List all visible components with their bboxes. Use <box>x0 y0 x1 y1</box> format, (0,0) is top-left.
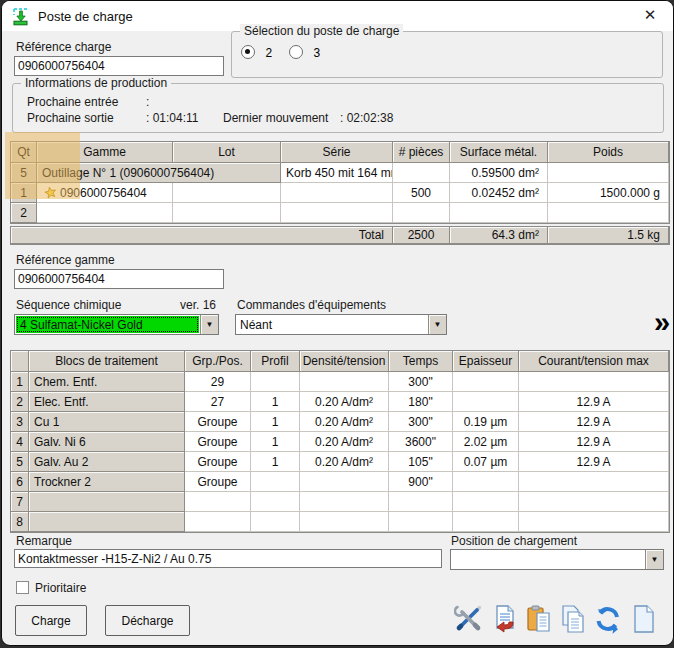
profil-cell[interactable] <box>251 492 300 512</box>
profil-cell[interactable] <box>251 512 300 532</box>
lot-cell[interactable] <box>173 203 281 223</box>
bloc-name-cell[interactable] <box>29 492 185 512</box>
epaisseur-cell[interactable]: 0.07 µm <box>453 452 519 472</box>
poids-cell[interactable] <box>548 163 669 183</box>
bloc-name-cell[interactable]: Cu 1 <box>29 412 185 432</box>
epaisseur-cell[interactable] <box>453 512 519 532</box>
densite-cell[interactable]: 0.20 A/dm² <box>300 392 389 412</box>
charge-button[interactable]: Charge <box>15 605 87 636</box>
surface-cell[interactable]: 0.02452 dm² <box>450 183 548 203</box>
decharge-button[interactable]: Décharge <box>105 605 190 636</box>
densite-cell[interactable]: 0.20 A/dm² <box>300 452 389 472</box>
profil-cell[interactable]: 1 <box>251 392 300 412</box>
temps-cell[interactable]: 300" <box>389 372 453 392</box>
grp-cell[interactable]: Groupe <box>185 472 251 492</box>
reference-charge-input[interactable] <box>14 56 224 76</box>
paste-icon[interactable] <box>525 604 553 634</box>
epaisseur-cell[interactable] <box>453 492 519 512</box>
courant-cell[interactable]: 12.9 A <box>519 412 669 432</box>
copy-icon[interactable] <box>559 604 587 634</box>
courant-cell[interactable] <box>519 372 669 392</box>
radio-poste-2[interactable]: 2 <box>241 43 272 61</box>
gamme-cell-outillage[interactable]: Outillage N° 1 (0906000756404) <box>37 163 281 183</box>
densite-cell[interactable] <box>300 472 389 492</box>
radio-icon[interactable] <box>241 45 255 59</box>
surface-cell[interactable] <box>450 203 548 223</box>
bloc-name-cell[interactable]: Galv. Ni 6 <box>29 432 185 452</box>
temps-cell[interactable]: 180" <box>389 392 453 412</box>
grp-cell[interactable] <box>185 492 251 512</box>
epaisseur-cell[interactable] <box>453 392 519 412</box>
profil-cell[interactable] <box>251 472 300 492</box>
densite-cell[interactable] <box>300 372 389 392</box>
row-number[interactable]: 6 <box>11 472 29 492</box>
prioritaire-checkbox[interactable] <box>16 581 29 594</box>
radio-icon[interactable] <box>289 45 303 59</box>
profil-cell[interactable]: 1 <box>251 432 300 452</box>
gamme-cell[interactable] <box>37 203 173 223</box>
serie-cell[interactable]: Korb 450 mit 164 mm <box>281 163 393 183</box>
serie-cell[interactable] <box>281 183 393 203</box>
remarque-input[interactable] <box>14 549 442 568</box>
poids-cell[interactable]: 1500.000 g <box>548 183 669 203</box>
sequence-chimique-select[interactable]: 4 Sulfamat-Nickel Gold ▼ <box>14 314 219 335</box>
row-number[interactable]: 8 <box>11 512 29 532</box>
epaisseur-cell[interactable] <box>453 372 519 392</box>
bloc-name-cell[interactable]: Trockner 2 <box>29 472 185 492</box>
temps-cell[interactable]: 900" <box>389 472 453 492</box>
grp-cell[interactable] <box>185 512 251 532</box>
row-header-qt[interactable]: 1 <box>11 183 37 203</box>
courant-cell[interactable] <box>519 512 669 532</box>
row-header-qt[interactable]: 5 <box>11 163 37 183</box>
chevron-down-icon[interactable]: ▼ <box>200 315 218 334</box>
epaisseur-cell[interactable] <box>453 472 519 492</box>
temps-cell[interactable] <box>389 492 453 512</box>
commandes-equipements-select[interactable]: Néant ▼ <box>235 314 447 335</box>
chevron-down-icon[interactable]: ▼ <box>645 550 663 569</box>
pieces-cell[interactable] <box>393 163 450 183</box>
new-document-icon[interactable] <box>630 604 658 634</box>
profil-cell[interactable]: 1 <box>251 452 300 472</box>
refresh-icon[interactable] <box>594 604 622 634</box>
serie-cell[interactable] <box>281 203 393 223</box>
courant-cell[interactable]: 12.9 A <box>519 432 669 452</box>
densite-cell[interactable] <box>300 512 389 532</box>
expand-panel-icon[interactable]: » <box>654 308 670 337</box>
tools-icon[interactable] <box>454 604 482 634</box>
temps-cell[interactable] <box>389 512 453 532</box>
grp-cell[interactable]: 27 <box>185 392 251 412</box>
temps-cell[interactable]: 3600" <box>389 432 453 452</box>
row-number[interactable]: 5 <box>11 452 29 472</box>
grp-cell[interactable]: Groupe <box>185 452 251 472</box>
profil-cell[interactable] <box>251 372 300 392</box>
grp-cell[interactable]: Groupe <box>185 432 251 452</box>
lot-cell[interactable] <box>173 183 281 203</box>
courant-cell[interactable] <box>519 492 669 512</box>
reference-gamme-input[interactable] <box>14 269 224 289</box>
position-chargement-select[interactable]: ▼ <box>450 549 664 570</box>
row-number[interactable]: 7 <box>11 492 29 512</box>
temps-cell[interactable]: 300" <box>389 412 453 432</box>
grp-cell[interactable]: 29 <box>185 372 251 392</box>
bloc-name-cell[interactable]: Chem. Entf. <box>29 372 185 392</box>
bloc-name-cell[interactable] <box>29 512 185 532</box>
profil-cell[interactable]: 1 <box>251 412 300 432</box>
courant-cell[interactable] <box>519 472 669 492</box>
row-number[interactable]: 4 <box>11 432 29 452</box>
pieces-cell[interactable] <box>393 203 450 223</box>
surface-cell[interactable]: 0.59500 dm² <box>450 163 548 183</box>
row-header-qt[interactable]: 2 <box>11 203 37 223</box>
gamme-cell-article[interactable]: 0906000756404 <box>37 183 173 203</box>
epaisseur-cell[interactable]: 0.19 µm <box>453 412 519 432</box>
temps-cell[interactable]: 105" <box>389 452 453 472</box>
row-number[interactable]: 1 <box>11 372 29 392</box>
courant-cell[interactable]: 12.9 A <box>519 392 669 412</box>
chevron-down-icon[interactable]: ▼ <box>428 315 446 334</box>
grp-cell[interactable]: Groupe <box>185 412 251 432</box>
densite-cell[interactable]: 0.20 A/dm² <box>300 432 389 452</box>
radio-poste-3[interactable]: 3 <box>289 43 320 61</box>
import-document-icon[interactable] <box>491 604 519 634</box>
densite-cell[interactable] <box>300 492 389 512</box>
bloc-name-cell[interactable]: Elec. Entf. <box>29 392 185 412</box>
pieces-cell[interactable]: 500 <box>393 183 450 203</box>
